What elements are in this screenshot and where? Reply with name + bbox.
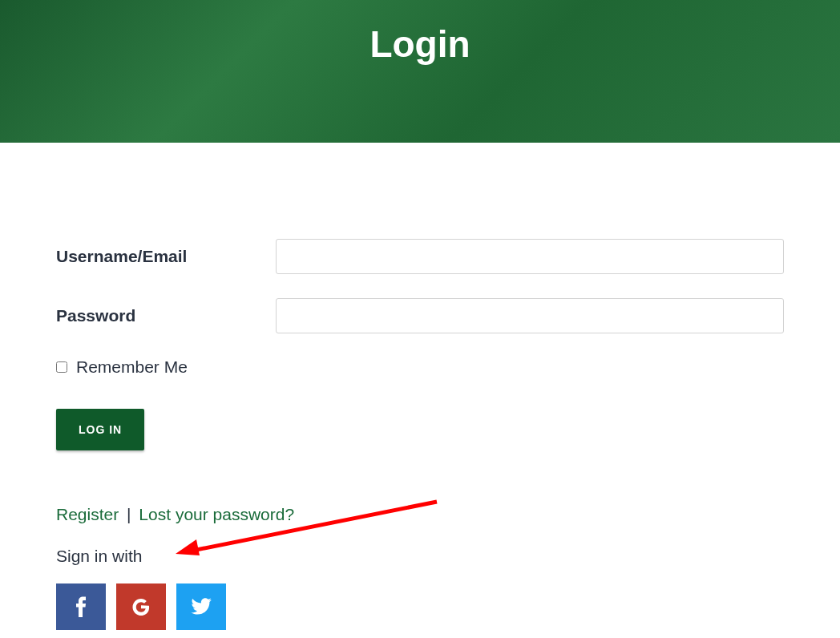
link-separator: |	[127, 505, 131, 523]
remember-label: Remember Me	[76, 357, 188, 377]
hero-banner: Login	[0, 0, 840, 143]
remember-row: Remember Me	[56, 357, 784, 377]
lost-password-link[interactable]: Lost your password?	[139, 505, 294, 523]
social-login-row	[56, 583, 784, 630]
auth-links: Register | Lost your password?	[56, 505, 784, 524]
twitter-icon	[191, 598, 212, 616]
register-link[interactable]: Register	[56, 505, 119, 523]
login-form-container: Username/Email Password Remember Me LOG …	[0, 143, 840, 630]
page-title: Login	[370, 22, 470, 66]
login-button[interactable]: LOG IN	[56, 409, 144, 450]
google-icon	[131, 597, 151, 616]
google-login-button[interactable]	[116, 583, 166, 630]
facebook-login-button[interactable]	[56, 583, 106, 630]
password-label: Password	[56, 306, 276, 325]
username-label: Username/Email	[56, 247, 276, 266]
twitter-login-button[interactable]	[176, 583, 226, 630]
facebook-icon	[75, 596, 87, 617]
password-input[interactable]	[276, 298, 784, 333]
social-heading: Sign in with	[56, 547, 784, 566]
username-row: Username/Email	[56, 239, 784, 274]
username-input[interactable]	[276, 239, 784, 274]
password-row: Password	[56, 298, 784, 333]
remember-checkbox[interactable]	[56, 361, 67, 373]
